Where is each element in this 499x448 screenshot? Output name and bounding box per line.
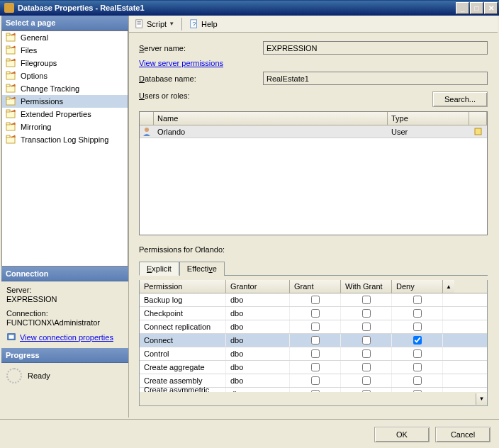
perm-name: Connect replication (140, 320, 226, 333)
with-grant-checkbox[interactable] (362, 309, 371, 318)
deny-checkbox[interactable] (413, 309, 422, 318)
help-button[interactable]: ? Help (187, 18, 220, 30)
perm-name: Connect (140, 334, 226, 347)
permissions-for-label: Permissions for Orlando: (139, 245, 488, 254)
grant-checkbox[interactable] (311, 376, 320, 385)
view-connection-link[interactable]: View connection properties (6, 332, 113, 342)
col-permission[interactable]: Permission (140, 280, 226, 293)
perm-grantor: dbo (226, 334, 290, 347)
col-deny[interactable]: Deny (392, 280, 443, 293)
close-button[interactable]: ✕ (484, 2, 498, 14)
with-grant-checkbox[interactable] (362, 296, 371, 304)
title-bar: Database Properties - RealEstate1 _ □ ✕ (0, 0, 499, 16)
deny-checkbox[interactable] (413, 323, 422, 331)
with-grant-checkbox[interactable] (362, 323, 371, 331)
page-list[interactable]: GeneralFilesFilegroupsOptionsChange Trac… (1, 30, 128, 267)
grant-checkbox[interactable] (311, 309, 320, 318)
server-name-label: Server name: (139, 44, 263, 52)
grant-checkbox[interactable] (311, 323, 320, 331)
conn-label: Connection: (6, 309, 123, 318)
permission-row[interactable]: Connect replicationdbo (140, 320, 487, 334)
col-type[interactable]: Type (388, 112, 469, 125)
window-title: Database Properties - RealEstate1 (18, 4, 456, 12)
deny-checkbox[interactable] (413, 296, 422, 304)
search-button[interactable]: Search... (432, 91, 488, 107)
with-grant-checkbox[interactable] (362, 376, 371, 385)
permission-row[interactable]: Connectdbo (140, 334, 487, 347)
view-server-permissions-link[interactable]: View server permissions (139, 59, 223, 67)
perm-name: Backup log (140, 293, 226, 306)
perm-name: Create aggregate (140, 361, 226, 374)
grid-header-spacer (140, 112, 154, 125)
maximize-button[interactable]: □ (470, 2, 483, 14)
edit-icon[interactable] (473, 127, 483, 137)
tab-effective[interactable]: Effective (179, 262, 225, 276)
conn-name: FUNCTIONX\Administrator (6, 318, 123, 327)
sidebar-item-transaction-log-shipping[interactable]: Transaction Log Shipping (2, 133, 128, 146)
with-grant-checkbox[interactable] (362, 336, 371, 345)
right-panel: Script ▼ ? Help Server name: View server… (129, 16, 498, 418)
permissions-grid[interactable]: Permission Grantor Grant With Grant Deny… (139, 280, 488, 406)
server-name: EXPRESSION (6, 295, 123, 303)
user-row[interactable]: OrlandoUser (140, 125, 487, 138)
deny-checkbox[interactable] (413, 376, 422, 385)
col-name[interactable]: Name (154, 112, 388, 125)
sidebar-item-label: General (21, 33, 48, 42)
perm-name: Checkpoint (140, 307, 226, 320)
sidebar-item-options[interactable]: Options (2, 69, 128, 82)
users-grid[interactable]: Name Type OrlandoUser (139, 111, 488, 235)
connection-header: Connection (1, 267, 128, 281)
perm-grantor: dbo (226, 347, 290, 360)
sidebar-item-label: Change Tracking (21, 84, 79, 93)
grant-checkbox[interactable] (311, 336, 320, 345)
progress-block: Ready (1, 363, 128, 388)
deny-checkbox[interactable] (413, 363, 422, 371)
sidebar-item-label: Extended Properties (21, 110, 91, 118)
user-name: Orlando (154, 128, 388, 136)
grant-checkbox[interactable] (311, 296, 320, 304)
script-button[interactable]: Script ▼ (133, 18, 176, 30)
progress-status: Ready (28, 371, 50, 380)
deny-checkbox[interactable] (413, 349, 422, 358)
scroll-up-icon[interactable]: ▲ (443, 280, 454, 293)
help-icon: ? (189, 19, 199, 29)
tab-explicit[interactable]: Explicit (139, 262, 179, 276)
button-bar: OK Cancel (0, 419, 499, 448)
cancel-button[interactable]: Cancel (435, 427, 490, 442)
perm-grantor: dbo (226, 293, 290, 306)
sidebar-item-general[interactable]: General (2, 31, 128, 44)
col-with-grant[interactable]: With Grant (341, 280, 392, 293)
with-grant-checkbox[interactable] (362, 363, 371, 371)
permission-row[interactable]: Controldbo (140, 347, 487, 361)
database-name-input (263, 72, 488, 85)
col-grantor[interactable]: Grantor (226, 280, 290, 293)
grant-checkbox[interactable] (311, 349, 320, 358)
ok-button[interactable]: OK (374, 427, 430, 442)
toolbar: Script ▼ ? Help (129, 16, 498, 33)
svg-rect-19 (9, 335, 14, 339)
sidebar-item-change-tracking[interactable]: Change Tracking (2, 82, 128, 95)
with-grant-checkbox[interactable] (362, 349, 371, 358)
col-grant[interactable]: Grant (290, 280, 341, 293)
svg-rect-3 (6, 46, 10, 48)
sidebar-item-label: Options (21, 72, 47, 80)
permission-row[interactable]: Create aggregatedbo (140, 361, 487, 374)
svg-rect-15 (6, 123, 10, 125)
permission-row[interactable]: Checkpointdbo (140, 307, 487, 320)
sidebar-item-label: Transaction Log Shipping (21, 135, 108, 144)
database-name-label: Database name: (139, 74, 263, 83)
permission-row[interactable]: Backup logdbo (140, 293, 487, 307)
minimize-button[interactable]: _ (456, 2, 469, 14)
sidebar-item-mirroring[interactable]: Mirroring (2, 121, 128, 133)
svg-rect-9 (6, 84, 10, 86)
sidebar-item-extended-properties[interactable]: Extended Properties (2, 108, 128, 121)
server-name-input (263, 41, 488, 55)
perm-grantor: dbo (226, 374, 290, 387)
sidebar-item-files[interactable]: Files (2, 44, 128, 57)
scroll-down-icon[interactable]: ▼ (476, 393, 487, 405)
sidebar-item-filegroups[interactable]: Filegroups (2, 57, 128, 69)
col-end (469, 112, 487, 125)
grant-checkbox[interactable] (311, 363, 320, 371)
sidebar-item-permissions[interactable]: Permissions (2, 95, 128, 108)
deny-checkbox[interactable] (413, 336, 422, 345)
